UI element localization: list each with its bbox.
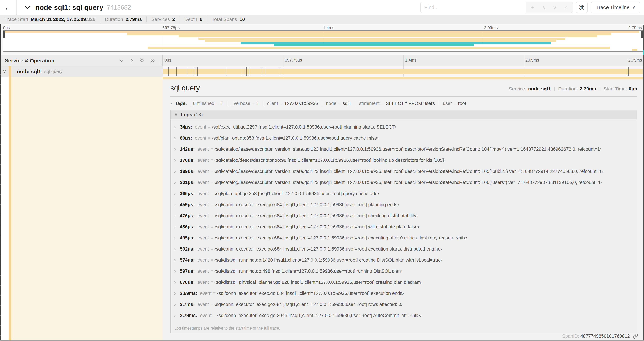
chevron-right-icon[interactable]: ›: [174, 279, 180, 284]
left-scroll-strip[interactable]: [0, 24, 1, 341]
log-row[interactable]: ›2.69ms:event=‹sql/conn_executor_exec.go…: [174, 290, 634, 295]
log-row[interactable]: ›34μs:event=‹sql/exec_util.go:2297 [nsql…: [174, 124, 634, 129]
collapse-one-icon[interactable]: [119, 58, 124, 63]
equals-sign: =: [213, 291, 216, 295]
equals-sign: =: [210, 158, 213, 162]
span-timeline-cell[interactable]: [163, 66, 644, 77]
log-row[interactable]: ›476μs:event=‹sql/conn_executor_exec.go:…: [174, 213, 634, 218]
chevron-right-icon[interactable]: ›: [174, 190, 180, 196]
chevron-right-icon[interactable]: ›: [174, 246, 180, 251]
log-value: ‹sql/conn_executor_exec.go:684 [nsql1,cl…: [214, 224, 419, 229]
chevron-right-icon[interactable]: ›: [174, 157, 180, 162]
log-value: ‹sql/plan_opt.go:358 [nsql1,client=127.0…: [212, 136, 378, 140]
page-title: node sql1: sql query: [35, 4, 103, 12]
log-field-name: event: [200, 291, 212, 295]
chevron-right-icon[interactable]: ›: [174, 290, 180, 295]
chevron-right-icon[interactable]: ›: [174, 213, 180, 218]
trace-timeline-dropdown[interactable]: Trace Timeline ∨: [591, 2, 640, 13]
log-marker-tick: [248, 67, 248, 76]
chevron-right-icon[interactable]: ›: [174, 168, 180, 173]
total-spans-label: Total Spans: [212, 17, 237, 22]
log-row[interactable]: ›495μs:event=‹sql/conn_executor_exec.go:…: [174, 235, 634, 240]
axis-tick-label: 1.4ms: [323, 25, 334, 30]
log-timestamp: 678μs:: [180, 280, 195, 284]
trace-id: 7418682: [107, 4, 131, 11]
span-collapse-icon[interactable]: ∨: [0, 69, 9, 74]
prev-match-icon[interactable]: ∧: [539, 3, 548, 12]
log-row[interactable]: ›597μs:event=‹sql/distsql_running.go:498…: [174, 268, 634, 273]
span-row[interactable]: ∨ node sql1 sql query: [0, 66, 644, 77]
log-row[interactable]: ›80μs:event=‹sql/plan_opt.go:358 [nsql1,…: [174, 135, 634, 140]
span-name-cell[interactable]: ∨ node sql1 sql query: [0, 66, 163, 77]
log-row[interactable]: ›459μs:event=‹sql/conn_executor_exec.go:…: [174, 201, 634, 207]
focus-match-icon[interactable]: ⌖: [528, 3, 538, 12]
trace-title-wrap: node sql1: sql query 7418682: [24, 4, 420, 12]
chevron-right-icon[interactable]: ›: [174, 224, 180, 229]
log-row[interactable]: ›201μs:event=‹sql/catalog/lease/descript…: [174, 179, 634, 185]
top-bar: ← node sql1: sql query 7418682 ⌖ ∧ ∨ ×: [0, 0, 644, 15]
log-row[interactable]: ›2.7ms:event=‹sql/conn_executor_exec.go:…: [174, 301, 634, 306]
minimap-right-drag-handle[interactable]: [642, 31, 642, 38]
right-scroll-strip[interactable]: [643, 25, 644, 341]
keyboard-shortcuts-button[interactable]: ⌘: [576, 2, 588, 13]
log-timestamp: 2.79ms:: [180, 313, 197, 318]
minimap-span-bar: [198, 38, 565, 40]
chevron-right-icon[interactable]: ›: [170, 101, 172, 106]
log-row[interactable]: ›486μs:event=‹sql/conn_executor_exec.go:…: [174, 224, 634, 229]
chevron-right-icon[interactable]: ›: [174, 146, 180, 151]
duration-label: Duration: [105, 17, 123, 22]
log-field-name: event: [198, 246, 209, 251]
tags-row[interactable]: › Tags: _unfinished=1_verbose=1client=12…: [170, 101, 637, 106]
chevron-right-icon[interactable]: ›: [174, 301, 180, 306]
chevron-right-icon[interactable]: ›: [174, 135, 180, 140]
expand-all-icon[interactable]: [150, 58, 155, 63]
equals-sign: =: [210, 269, 213, 273]
expand-one-icon[interactable]: [129, 58, 134, 63]
log-field-name: event: [198, 257, 209, 262]
tag-key: _verbose: [231, 101, 250, 106]
tag-value: SELECT * FROM users: [386, 101, 435, 106]
equals-sign: =: [210, 302, 213, 306]
chevron-right-icon[interactable]: ›: [174, 268, 180, 273]
span-duration-bar[interactable]: [163, 69, 642, 74]
back-button[interactable]: ←: [0, 0, 16, 15]
chevron-right-icon[interactable]: ›: [174, 201, 180, 207]
log-row[interactable]: ›502μs:event=‹sql/conn_executor_exec.go:…: [174, 246, 634, 251]
axis-tick-label: 1.4ms: [405, 58, 416, 63]
find-input[interactable]: [420, 2, 526, 13]
clear-search-icon[interactable]: ×: [561, 3, 571, 12]
log-row[interactable]: ›574μs:event=‹sql/distsql_running.go:142…: [174, 257, 634, 262]
chevron-right-icon[interactable]: ›: [174, 124, 180, 129]
window-bottom-edge: [0, 340, 644, 341]
log-row[interactable]: ›2.79ms:event=‹sql/conn_executor_exec.go…: [174, 312, 634, 318]
total-spans-value: 10: [240, 17, 245, 22]
chevron-right-icon[interactable]: ›: [174, 235, 180, 240]
log-timestamp: 2.69ms:: [180, 291, 197, 295]
minimap-left-drag-handle[interactable]: [4, 31, 5, 38]
log-row[interactable]: ›142μs:event=‹sql/catalog/lease/descript…: [174, 146, 634, 151]
trace-summary-bar: Trace Start March 31 2022, 17:25:09 .326…: [0, 15, 644, 24]
chevron-right-icon[interactable]: ›: [174, 179, 180, 185]
chevron-right-icon[interactable]: ›: [174, 312, 180, 318]
log-row[interactable]: ›189μs:event=‹sql/catalog/lease/descript…: [174, 168, 634, 173]
minimap-span-bar: [205, 40, 556, 42]
trace-collapse-button[interactable]: [24, 6, 31, 9]
collapse-all-icon[interactable]: [140, 58, 145, 63]
log-value: ‹sql/conn_executor_exec.go:2046 [nsql1,c…: [217, 313, 421, 318]
logs-section: ∨ Logs (18) ›34μs:event=‹sql/exec_util.g…: [170, 110, 637, 333]
next-match-icon[interactable]: ∨: [550, 3, 560, 12]
link-icon[interactable]: [633, 334, 638, 339]
axis-gridline: [283, 55, 283, 66]
minimap-canvas[interactable]: [3, 31, 643, 52]
trace-start-label: Trace Start: [4, 17, 28, 22]
services-value: 2: [172, 17, 175, 22]
column-resize-handle[interactable]: [160, 61, 161, 65]
logs-header[interactable]: ∨ Logs (18): [170, 110, 637, 119]
equals-sign: =: [208, 124, 210, 129]
chevron-right-icon[interactable]: ›: [174, 257, 180, 262]
divider: [170, 96, 637, 97]
log-row[interactable]: ›678μs:event=‹sql/distsql_physical_plann…: [174, 279, 634, 284]
log-row[interactable]: ›366μs:event=‹sql/plan_opt.go:358 [nsql1…: [174, 190, 634, 196]
log-row[interactable]: ›176μs:event=‹sql/catalog/descs/descript…: [174, 157, 634, 162]
depth-value: 6: [200, 17, 202, 22]
